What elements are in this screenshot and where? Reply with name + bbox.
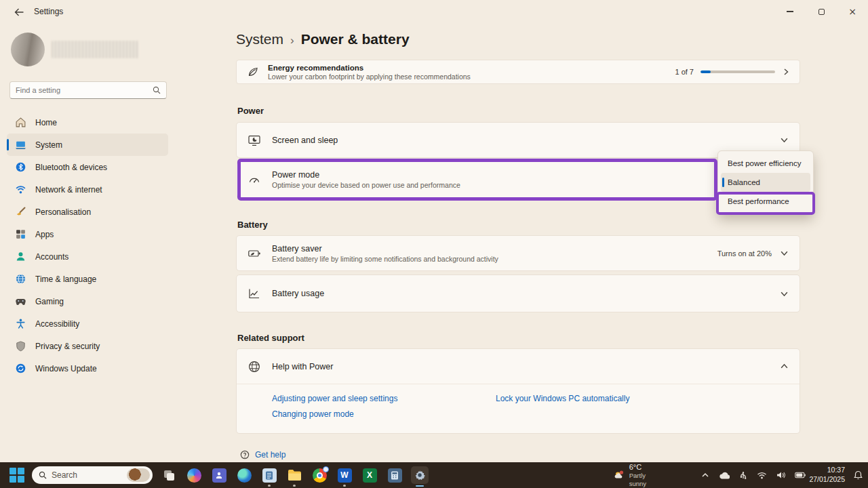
chevron-right-icon[interactable] bbox=[782, 68, 790, 76]
chevron-down-icon[interactable] bbox=[780, 289, 789, 298]
help-links: Adjusting power and sleep settings Lock … bbox=[237, 384, 800, 419]
taskbar-weather-widget[interactable]: 6°C Partly sunny bbox=[613, 463, 652, 487]
power-mode-subtitle: Optimise your device based on power use … bbox=[272, 181, 460, 189]
get-help-link[interactable]: Get help bbox=[255, 450, 285, 460]
clock-time: 10:37 bbox=[809, 466, 845, 475]
back-arrow-icon bbox=[14, 8, 24, 16]
dropdown-option-best-power-efficiency[interactable]: Best power efficiency bbox=[721, 154, 810, 173]
chrome-badge bbox=[323, 466, 329, 472]
battery-usage-row[interactable]: Battery usage bbox=[236, 274, 800, 312]
taskbar-app-calculator[interactable] bbox=[386, 466, 403, 484]
taskbar-app-task-view[interactable] bbox=[160, 466, 178, 484]
power-mode-dropdown: Best power efficiency Balanced Best perf… bbox=[717, 150, 814, 214]
sidebar-item-bluetooth-devices[interactable]: Bluetooth & devices bbox=[7, 156, 168, 178]
tray-battery-icon[interactable] bbox=[795, 472, 806, 479]
main-content: System › Power & battery Energy recommen… bbox=[236, 23, 800, 462]
power-mode-icon bbox=[248, 173, 261, 186]
notifications-bell-icon[interactable] bbox=[854, 470, 863, 480]
help-with-power-row[interactable]: Help with Power bbox=[237, 349, 800, 384]
taskbar-app-copilot[interactable] bbox=[185, 466, 203, 484]
taskbar-app-teams[interactable] bbox=[210, 466, 228, 484]
battery-saver-value: Turns on at 20% bbox=[717, 249, 772, 258]
power-mode-row[interactable]: Power mode Optimise your device based on… bbox=[236, 161, 800, 198]
sidebar-item-gaming[interactable]: Gaming bbox=[7, 290, 168, 312]
get-help-icon bbox=[240, 450, 250, 460]
start-button[interactable] bbox=[9, 468, 24, 483]
taskbar-app-file-explorer[interactable] bbox=[285, 466, 303, 484]
close-icon: × bbox=[848, 7, 856, 16]
edge-icon bbox=[237, 468, 252, 483]
link-adjusting-power-sleep[interactable]: Adjusting power and sleep settings bbox=[272, 394, 496, 403]
home-icon bbox=[15, 117, 26, 128]
settings-gear-icon bbox=[414, 469, 426, 481]
sidebar-item-system[interactable]: System bbox=[7, 134, 168, 156]
link-lock-windows-pc[interactable]: Lock your Windows PC automatically bbox=[496, 394, 800, 403]
chevron-down-icon[interactable] bbox=[780, 136, 789, 144]
energy-progress-bar bbox=[701, 70, 775, 73]
taskbar-app-edge[interactable] bbox=[235, 466, 253, 484]
taskbar-app-notepad[interactable] bbox=[260, 466, 278, 484]
search-icon bbox=[153, 86, 161, 94]
close-button[interactable]: × bbox=[837, 0, 868, 23]
settings-search-box[interactable] bbox=[9, 81, 167, 99]
sidebar-item-network-internet[interactable]: Network & internet bbox=[7, 178, 168, 201]
sidebar-item-accessibility[interactable]: Accessibility bbox=[7, 312, 168, 335]
sidebar-item-time-language[interactable]: Time & language bbox=[7, 268, 168, 290]
help-with-power-title: Help with Power bbox=[272, 362, 333, 371]
maximize-icon bbox=[818, 9, 825, 15]
task-view-icon bbox=[162, 468, 176, 482]
user-name-redacted bbox=[52, 41, 138, 58]
sidebar-item-label: Windows Update bbox=[35, 364, 97, 373]
taskbar-app-settings[interactable] bbox=[411, 466, 429, 484]
titlebar: Settings × bbox=[0, 0, 868, 23]
taskbar: Search W X bbox=[0, 462, 868, 488]
taskbar-clock[interactable]: 10:37 27/01/2025 bbox=[809, 466, 845, 484]
accessibility-icon bbox=[15, 318, 26, 329]
dropdown-option-best-performance[interactable]: Best performance bbox=[721, 192, 810, 211]
breadcrumb: System › Power & battery bbox=[236, 31, 410, 47]
network-icon bbox=[15, 184, 26, 195]
dropdown-option-balanced[interactable]: Balanced bbox=[721, 173, 810, 192]
apps-icon bbox=[15, 228, 26, 240]
sidebar-item-apps[interactable]: Apps bbox=[7, 223, 168, 245]
minimize-button[interactable] bbox=[774, 0, 806, 23]
sidebar-item-accounts[interactable]: Accounts bbox=[7, 245, 168, 268]
sidebar-item-label: Accounts bbox=[35, 252, 68, 262]
breadcrumb-separator: › bbox=[290, 34, 294, 47]
breadcrumb-parent[interactable]: System bbox=[236, 31, 283, 47]
battery-saver-row[interactable]: Battery saver Extend battery life by lim… bbox=[236, 235, 800, 271]
tray-onedrive-icon[interactable] bbox=[719, 472, 730, 479]
tray-wifi-icon[interactable] bbox=[757, 472, 767, 479]
search-input[interactable] bbox=[16, 86, 153, 94]
sidebar-item-privacy-security[interactable]: Privacy & security bbox=[7, 335, 168, 357]
search-highlight-image bbox=[127, 468, 150, 482]
tray-usb-icon[interactable] bbox=[739, 471, 747, 480]
link-changing-power-mode[interactable]: Changing power mode bbox=[272, 409, 496, 419]
taskbar-search[interactable]: Search bbox=[32, 466, 153, 484]
file-explorer-icon bbox=[288, 469, 302, 481]
system-tray bbox=[701, 471, 806, 480]
screen-and-sleep-row[interactable]: Screen and sleep bbox=[236, 122, 800, 158]
get-help-row[interactable]: Get help bbox=[240, 450, 285, 460]
tray-volume-icon[interactable] bbox=[776, 471, 785, 479]
sidebar-nav: Home System Bluetooth & devices Network … bbox=[7, 111, 168, 380]
sidebar-item-label: Gaming bbox=[35, 297, 64, 306]
energy-progress-counter: 1 of 7 bbox=[675, 68, 694, 76]
sidebar-item-personalisation[interactable]: Personalisation bbox=[7, 201, 168, 223]
chevron-up-icon[interactable] bbox=[780, 362, 789, 371]
help-with-power-card: Help with Power Adjusting power and slee… bbox=[236, 348, 800, 434]
sidebar-item-label: Bluetooth & devices bbox=[35, 163, 107, 172]
back-button[interactable] bbox=[11, 5, 27, 19]
tray-chevron-up-icon[interactable] bbox=[701, 472, 709, 479]
weather-temperature: 6°C bbox=[629, 463, 652, 472]
sidebar-item-home[interactable]: Home bbox=[7, 111, 168, 134]
taskbar-app-word[interactable]: W bbox=[336, 466, 353, 484]
copilot-icon bbox=[187, 468, 201, 483]
chevron-down-icon[interactable] bbox=[780, 249, 789, 258]
taskbar-app-excel[interactable]: X bbox=[361, 466, 378, 484]
taskbar-app-chrome[interactable] bbox=[311, 466, 328, 484]
sidebar-item-windows-update[interactable]: Windows Update bbox=[7, 357, 168, 380]
user-avatar[interactable] bbox=[11, 33, 45, 66]
maximize-button[interactable] bbox=[806, 0, 837, 23]
energy-recommendations-banner[interactable]: Energy recommendations Lower your carbon… bbox=[236, 60, 800, 84]
